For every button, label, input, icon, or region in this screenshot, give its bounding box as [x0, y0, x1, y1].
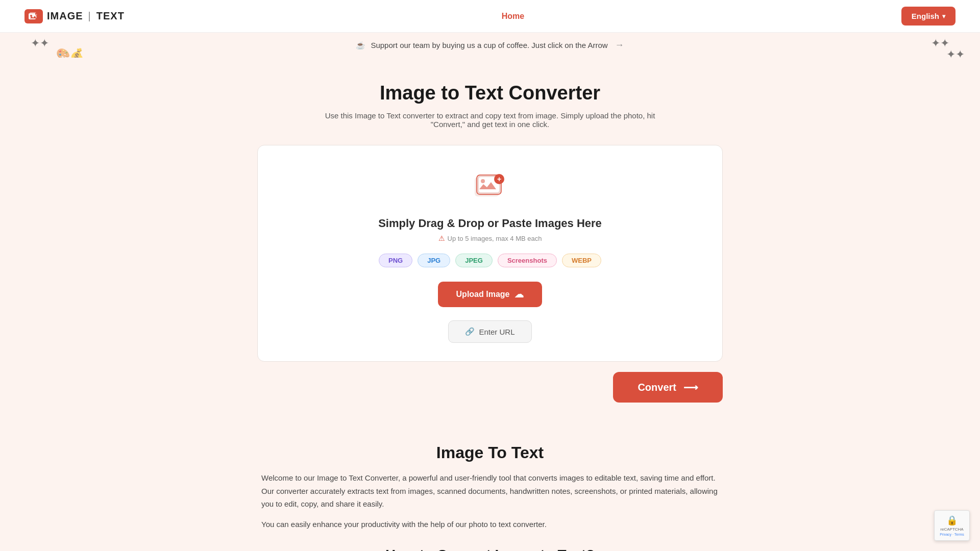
url-label: Enter URL — [479, 328, 514, 336]
logo: + IMAGE | TEXT — [24, 9, 125, 23]
upload-image-button[interactable]: Upload Image ☁ — [438, 282, 543, 307]
support-banner: ✦✦ 🎨💰 ☕ Support our team by buying us a … — [0, 33, 980, 58]
upload-label: Upload Image — [456, 290, 510, 299]
format-tags: PNG JPG JPEG Screenshots WEBP — [274, 254, 706, 267]
limit-warning-icon: ⚠ — [438, 234, 445, 242]
recaptcha-label: reCAPTCHA — [940, 527, 963, 532]
convert-label: Convert — [638, 382, 676, 393]
svg-point-8 — [481, 179, 485, 183]
decor-sparkle-3: ✦✦ — [946, 48, 965, 58]
info-para2: You can easily enhance your productivity… — [261, 518, 719, 531]
language-label: English — [912, 12, 939, 20]
logo-text-2: TEXT — [96, 10, 125, 22]
format-png: PNG — [379, 254, 412, 267]
language-button[interactable]: English ▾ — [901, 7, 955, 26]
format-webp: WEBP — [562, 254, 601, 267]
svg-text:+: + — [36, 12, 38, 15]
converter-title: Image to Text Converter — [257, 82, 723, 104]
banner-coffee-emoji: ☕ — [356, 41, 365, 50]
logo-text-1: IMAGE — [47, 10, 83, 22]
banner-arrow-icon[interactable]: → — [615, 40, 624, 51]
link-icon: 🔗 — [465, 327, 475, 336]
drop-zone[interactable]: + Simply Drag & Drop or Paste Images Her… — [257, 145, 723, 362]
drop-title: Simply Drag & Drop or Paste Images Here — [274, 217, 706, 230]
recaptcha-badge: 🔒 reCAPTCHA Privacy · Terms — [934, 510, 970, 541]
banner-message: Support our team by buying us a cup of c… — [371, 41, 607, 49]
format-jpeg: JPEG — [455, 254, 493, 267]
how-title: How to Convert Image to Text? — [261, 547, 719, 551]
info-title: Image To Text — [261, 443, 719, 462]
button-row: Upload Image ☁ 🔗 Enter URL — [274, 282, 706, 343]
convert-arrow-icon: ⟶ — [683, 381, 698, 393]
convert-row: Convert ⟶ — [245, 362, 735, 419]
format-screenshots: Screenshots — [498, 254, 557, 267]
upload-icon: + — [472, 170, 508, 207]
drop-limit: ⚠ Up to 5 images, max 4 MB each — [274, 234, 706, 242]
main-section: Image to Text Converter Use this Image t… — [0, 58, 980, 419]
info-box: Image To Text Welcome to our Image to Te… — [245, 443, 735, 551]
convert-button[interactable]: Convert ⟶ — [613, 372, 723, 403]
recaptcha-icon: 🔒 — [946, 515, 958, 526]
chevron-down-icon: ▾ — [942, 13, 945, 20]
enter-url-button[interactable]: 🔗 Enter URL — [448, 320, 531, 343]
decor-sparkle-1: ✦✦ — [31, 37, 49, 50]
decor-emoji-1: 🎨💰 — [56, 48, 84, 58]
upload-cloud-icon: ☁ — [514, 289, 524, 300]
format-jpg: JPG — [418, 254, 450, 267]
info-para1: Welcome to our Image to Text Converter, … — [261, 471, 719, 511]
logo-icon: + — [24, 9, 43, 23]
converter-subtitle: Use this Image to Text converter to extr… — [311, 111, 669, 129]
recaptcha-links: Privacy · Terms — [940, 533, 964, 536]
svg-text:+: + — [497, 175, 501, 183]
navbar: + IMAGE | TEXT Home English ▾ — [0, 0, 980, 33]
converter-box: Image to Text Converter Use this Image t… — [245, 82, 735, 362]
svg-point-2 — [30, 15, 32, 17]
home-link[interactable]: Home — [502, 12, 524, 21]
info-section: Image To Text Welcome to our Image to Te… — [0, 419, 980, 551]
